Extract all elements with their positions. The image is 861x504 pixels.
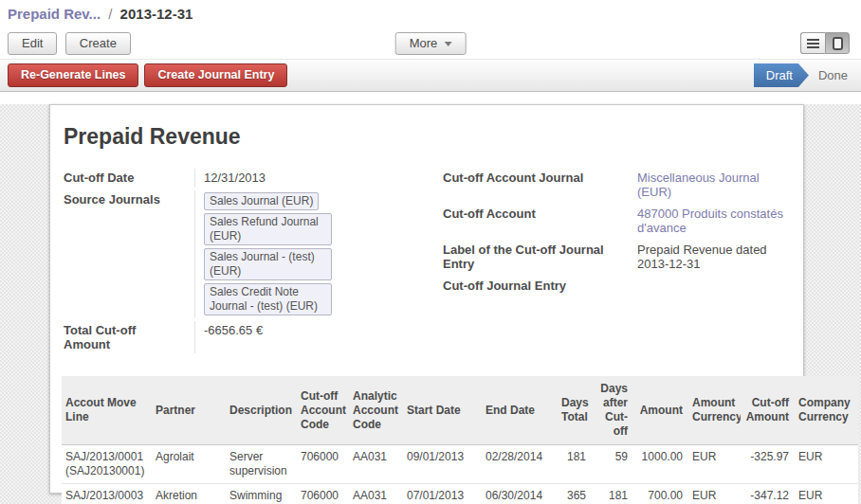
cell-move-line: SAJ/2013/0003 (SAJ20130003) (62, 484, 152, 504)
cell-partner: Akretion (152, 484, 226, 504)
table-row[interactable]: SAJ/2013/0003 (SAJ20130003) Akretion Swi… (62, 484, 858, 504)
cutoff-date-label: Cut-off Date (62, 169, 194, 187)
cell-analytic-code: AA031 (349, 484, 403, 504)
cell-amount: 1000.00 (633, 445, 688, 484)
action-statusbar: Re-Generate Lines Create Journal Entry D… (0, 59, 861, 92)
cell-end-date: 02/28/2014 (482, 445, 558, 484)
breadcrumb: Prepaid Rev... / 2013-12-31 (0, 0, 861, 28)
cell-start-date: 07/01/2013 (403, 484, 482, 504)
more-button[interactable]: More (395, 32, 467, 55)
column-header-company-currency: Company Currency (795, 376, 858, 445)
breadcrumb-separator: / (104, 6, 116, 22)
cell-days-after-cutoff: 181 (592, 484, 633, 504)
form-view-icon (833, 37, 843, 50)
cell-partner: Agrolait (152, 445, 226, 484)
cell-account-code: 706000 (297, 445, 349, 484)
cutoff-account-journal-link[interactable]: Miscellaneous Journal (EUR) (637, 171, 760, 199)
form-sheet: Prepaid Revenue Cut-off Date 12/31/2013 … (49, 104, 804, 494)
column-header-amount: Amount (633, 376, 688, 445)
cutoff-account-journal-label: Cut-off Account Journal (441, 169, 629, 201)
list-view-button[interactable] (800, 32, 825, 54)
field-groups: Cut-off Date 12/31/2013 Source Journals … (62, 169, 792, 353)
source-journal-tag: Sales Journal - (test) (EUR) (204, 248, 332, 280)
column-header-start-date: Start Date (403, 376, 482, 445)
column-header-end-date: End Date (482, 376, 558, 445)
list-view-icon (807, 39, 819, 48)
source-journals-tags: Sales Journal (EUR) Sales Refund Journal… (204, 192, 433, 315)
column-header-amount-currency: Amount Currency (688, 376, 741, 445)
top-header: Prepaid Rev... / 2013-12-31 Edit Create … (0, 0, 861, 59)
source-journal-tag: Sales Journal (EUR) (204, 192, 319, 210)
cell-days-after-cutoff: 59 (592, 445, 633, 484)
form-view-button[interactable] (825, 32, 850, 54)
create-journal-entry-button[interactable]: Create Journal Entry (144, 63, 287, 87)
cell-description: Server supervision (226, 445, 297, 484)
column-header-days-total: Days Total (558, 376, 592, 445)
page-title: Prepaid Revenue (64, 124, 792, 150)
cell-start-date: 09/01/2013 (403, 445, 482, 484)
source-journal-tag: Sales Refund Journal (EUR) (204, 213, 332, 245)
more-button-label: More (410, 36, 438, 50)
cell-amount: 700.00 (633, 484, 688, 504)
cutoff-lines-list: Accout Move Line Partner Description Cut… (62, 376, 792, 504)
cell-move-line: SAJ/2013/0001 (SAJ20130001) (62, 445, 152, 484)
column-header-description: Description (226, 376, 297, 445)
table-header-row: Accout Move Line Partner Description Cut… (62, 376, 858, 445)
breadcrumb-current: 2013-12-31 (120, 6, 193, 22)
journal-entry-label-label: Label of the Cut-off Journal Entry (441, 241, 629, 273)
column-header-days-after-cutoff: Days after Cut-off (592, 376, 633, 445)
field-group-left: Cut-off Date 12/31/2013 Source Journals … (62, 169, 441, 353)
cutoff-date-value: 12/31/2013 (194, 169, 441, 187)
cutoff-account-label: Cut-off Account (441, 205, 629, 237)
cell-cutoff-amount: -347.12 (741, 484, 795, 504)
total-cutoff-amount-value: -6656.65 € (194, 321, 441, 353)
cell-amount-currency: EUR (688, 445, 741, 484)
column-header-cutoff-account-code: Cut-off Account Code (297, 376, 349, 445)
cell-company-currency: EUR (795, 445, 858, 484)
column-header-analytic-account-code: Analytic Account Code (349, 376, 403, 445)
cell-company-currency: EUR (795, 484, 858, 504)
total-cutoff-amount-label: Total Cut-off Amount (62, 321, 194, 353)
source-journals-label: Source Journals (62, 190, 194, 317)
column-header-partner: Partner (152, 376, 226, 445)
cell-days-total: 181 (558, 445, 592, 484)
cell-amount-currency: EUR (688, 484, 741, 504)
source-journal-tag: Sales Credit Note Journal - (test) (EUR) (204, 283, 332, 315)
edit-button[interactable]: Edit (8, 32, 57, 55)
cutoff-journal-entry-value (629, 277, 792, 295)
field-group-right: Cut-off Account Journal Miscellaneous Jo… (441, 169, 792, 353)
source-journals-value: Sales Journal (EUR) Sales Refund Journal… (194, 190, 441, 317)
journal-entry-label-value: Prepaid Revenue dated 2013-12-31 (629, 241, 792, 273)
cell-account-code: 706000 (297, 484, 349, 504)
cutoff-journal-entry-label: Cut-off Journal Entry (441, 277, 629, 295)
column-header-move-line: Accout Move Line (62, 376, 152, 445)
cell-analytic-code: AA031 (349, 445, 403, 484)
status-done[interactable]: Done (809, 68, 861, 82)
cell-description: Swimming lessons (226, 484, 297, 504)
create-button[interactable]: Create (65, 32, 131, 55)
caret-down-icon (444, 42, 451, 46)
cutoff-lines-table: Accout Move Line Partner Description Cut… (62, 376, 858, 504)
regenerate-lines-button[interactable]: Re-Generate Lines (8, 63, 138, 87)
status-draft[interactable]: Draft (754, 63, 809, 87)
cell-cutoff-amount: -325.97 (741, 445, 795, 484)
content-background: Prepaid Revenue Cut-off Date 12/31/2013 … (0, 104, 861, 504)
table-row[interactable]: SAJ/2013/0001 (SAJ20130001) Agrolait Ser… (62, 445, 858, 484)
column-header-cutoff-amount: Cut-off Amount (741, 376, 795, 445)
view-switcher (800, 32, 850, 54)
cell-days-total: 365 (558, 484, 592, 504)
cell-end-date: 06/30/2014 (482, 484, 558, 504)
breadcrumb-parent-link[interactable]: Prepaid Rev... (8, 6, 101, 22)
form-toolbar: Edit Create More (0, 28, 861, 59)
cutoff-account-link[interactable]: 487000 Produits constatés d'avance (637, 207, 783, 235)
statusbar: Draft Done (754, 60, 861, 91)
